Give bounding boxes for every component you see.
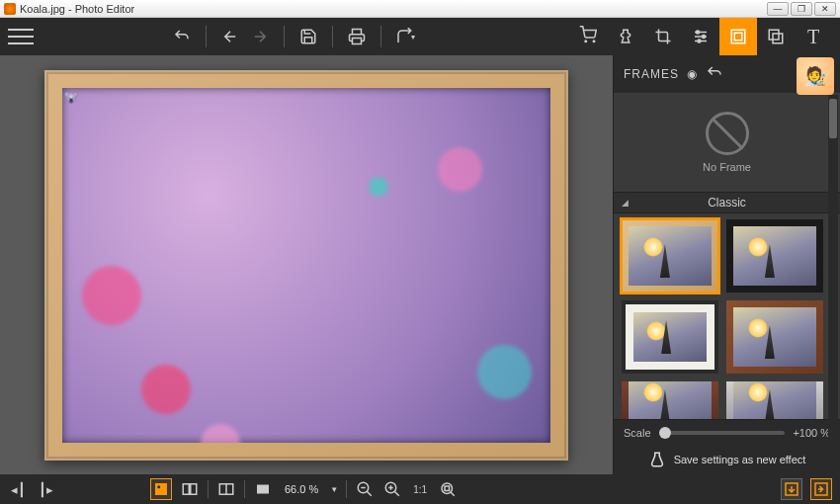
window-title: Koala.jpg - Photo Editor <box>20 3 767 15</box>
save-effect-button[interactable]: Save settings as new effect <box>614 445 840 474</box>
tab-text[interactable]: T <box>795 18 832 55</box>
svg-rect-23 <box>183 484 189 495</box>
app-icon <box>4 3 16 15</box>
no-frame-option[interactable]: No Frame <box>614 93 840 192</box>
svg-point-16 <box>70 98 73 102</box>
frames-panel: FRAMES ◉ 🧑‍🎨 No Frame ◢ Classic <box>613 55 840 474</box>
canvas-area[interactable] <box>0 55 613 474</box>
save-icon[interactable] <box>298 27 318 46</box>
export-button[interactable] <box>810 478 832 500</box>
maximize-button[interactable]: ❐ <box>791 2 812 16</box>
svg-point-22 <box>157 485 160 488</box>
svg-rect-21 <box>155 483 167 495</box>
tab-frames[interactable] <box>719 18 757 55</box>
visibility-icon[interactable]: ◉ <box>687 67 698 81</box>
tab-overlay[interactable] <box>757 18 795 55</box>
prev-image-button[interactable]: ◂┃ <box>8 479 28 499</box>
minimize-button[interactable]: — <box>767 2 789 16</box>
frame-thumb-1[interactable] <box>622 219 718 293</box>
svg-point-5 <box>698 40 701 42</box>
category-classic[interactable]: ◢ Classic <box>614 192 840 213</box>
main-toolbar: ▾ T <box>0 18 840 55</box>
collapse-icon: ◢ <box>622 198 629 208</box>
category-label: Classic <box>708 196 746 210</box>
window-titlebar: Koala.jpg - Photo Editor — ❐ ✕ <box>0 0 840 18</box>
zoom-dropdown-icon[interactable]: ▼ <box>330 485 338 494</box>
svg-point-3 <box>697 31 700 34</box>
zoom-fit-button[interactable] <box>438 479 458 499</box>
frame-thumb-2[interactable] <box>726 219 823 293</box>
menu-button[interactable] <box>8 27 34 46</box>
save-effect-label: Save settings as new effect <box>674 454 806 465</box>
svg-point-19 <box>72 97 73 98</box>
svg-rect-7 <box>734 33 742 41</box>
reset-icon[interactable] <box>706 64 723 85</box>
image-canvas[interactable] <box>62 88 550 443</box>
svg-rect-0 <box>353 39 362 44</box>
panel-header: FRAMES ◉ 🧑‍🎨 <box>614 55 840 93</box>
scale-control: Scale +100 % <box>614 419 840 445</box>
zoom-actual-button[interactable]: 1:1 <box>410 479 430 499</box>
no-frame-label: No Frame <box>703 161 751 173</box>
panel-title: FRAMES <box>624 67 679 81</box>
frame-thumb-6[interactable] <box>726 381 823 419</box>
frames-grid <box>614 213 840 419</box>
zoom-out-button[interactable] <box>355 479 375 499</box>
koala-image <box>62 88 80 106</box>
back-icon[interactable] <box>220 27 240 46</box>
export-icon[interactable]: ▾ <box>395 27 415 46</box>
close-button[interactable]: ✕ <box>814 2 836 16</box>
svg-point-2 <box>593 41 595 42</box>
forward-icon[interactable] <box>250 27 270 46</box>
zoom-value: 66.0 % <box>281 483 322 495</box>
svg-point-29 <box>442 483 453 494</box>
tab-adjust[interactable] <box>682 18 719 55</box>
scale-slider[interactable] <box>659 431 786 435</box>
svg-rect-24 <box>191 484 197 495</box>
scale-label: Scale <box>624 427 651 439</box>
scale-value: +100 % <box>793 427 830 439</box>
svg-rect-8 <box>769 30 779 40</box>
image-frame <box>44 70 568 461</box>
svg-rect-9 <box>773 34 783 43</box>
flask-icon <box>648 451 666 468</box>
cart-icon[interactable] <box>579 26 597 47</box>
bottom-toolbar: ◂┃ ┃▸ 66.0 % ▼ 1:1 <box>0 474 840 504</box>
undo-icon[interactable] <box>172 27 192 46</box>
next-image-button[interactable]: ┃▸ <box>36 479 55 499</box>
compare-view-button[interactable] <box>180 479 200 499</box>
frame-thumb-4[interactable] <box>726 300 823 374</box>
svg-point-17 <box>68 97 69 98</box>
tab-effects[interactable] <box>607 18 644 55</box>
import-button[interactable] <box>781 478 802 500</box>
no-frame-icon <box>706 112 749 155</box>
zoom-in-button[interactable] <box>382 479 402 499</box>
svg-point-1 <box>585 41 587 42</box>
svg-rect-30 <box>445 486 450 491</box>
single-view-button[interactable] <box>150 478 172 500</box>
svg-rect-26 <box>257 485 269 494</box>
print-icon[interactable] <box>347 27 367 46</box>
split-view-button[interactable] <box>216 479 236 499</box>
mascot-avatar: 🧑‍🎨 <box>797 57 834 95</box>
svg-rect-6 <box>731 30 745 43</box>
frame-thumb-3[interactable] <box>622 300 718 374</box>
svg-point-4 <box>703 36 706 39</box>
panel-scrollbar[interactable] <box>828 95 838 474</box>
fit-button[interactable] <box>253 479 273 499</box>
frame-thumb-5[interactable] <box>622 381 718 419</box>
tab-crop[interactable] <box>644 18 682 55</box>
